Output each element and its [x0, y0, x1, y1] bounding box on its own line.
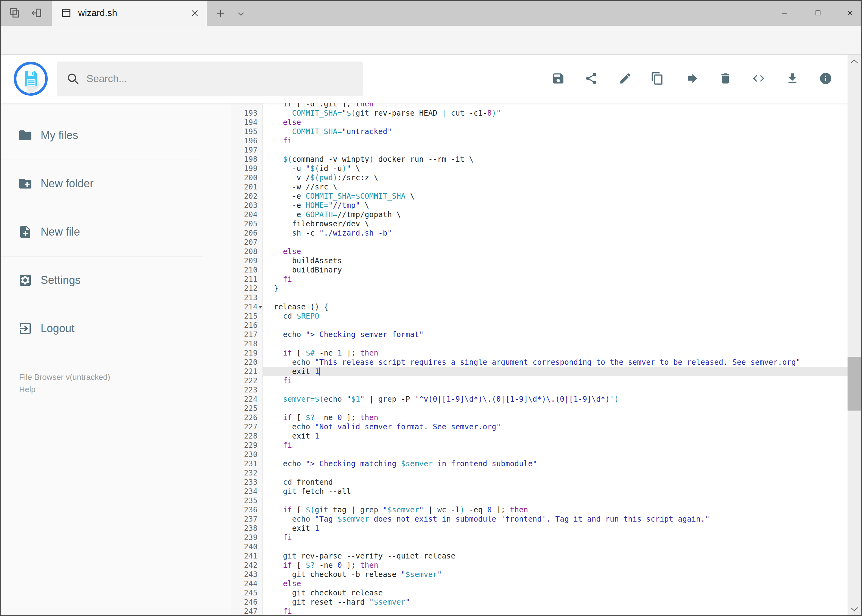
tab-preview-icon[interactable]	[9, 7, 21, 19]
code-line[interactable]: exit 1	[263, 432, 848, 441]
share-button[interactable]	[582, 69, 600, 88]
code-line[interactable]: else	[263, 118, 848, 127]
code-line[interactable]: git rev-parse --verify --quiet release	[263, 552, 848, 561]
sidebar-item-new-folder[interactable]: New folder	[0, 174, 203, 193]
line-number: 245	[231, 588, 263, 597]
new-tab-button[interactable]	[216, 8, 226, 19]
app-version: File Browser v(untracked)	[19, 371, 110, 383]
sidebar-item-new-file[interactable]: New file	[0, 223, 203, 241]
code-line[interactable]: echo "> Checking matching $semver in fro…	[263, 459, 848, 468]
code-line[interactable]: COMMIT_SHA="untracked"	[263, 127, 848, 136]
line-number: 207	[231, 238, 263, 247]
code-line[interactable]: cd frontend	[263, 478, 848, 487]
code-line[interactable]: if [ $? -ne 0 ]; then	[263, 561, 848, 570]
code-line[interactable]	[263, 385, 848, 394]
code-line[interactable]	[263, 238, 848, 247]
sidebar-item-settings[interactable]: Settings	[0, 271, 203, 289]
line-number: 196	[231, 136, 263, 146]
code-line[interactable]: else	[263, 247, 848, 256]
fold-toggle-icon[interactable]	[258, 306, 263, 308]
code-line[interactable]: fi	[263, 441, 848, 450]
code-line[interactable]: buildBinary	[263, 266, 848, 275]
code-line[interactable]: $(command -v winpty) docker run --rm -it…	[263, 155, 848, 164]
scrollbar-thumb[interactable]	[848, 357, 861, 410]
code-line[interactable]: }	[263, 284, 848, 293]
code-line[interactable]: sh -c "./wizard.sh -b"	[263, 228, 848, 238]
scroll-up-icon[interactable]	[848, 55, 861, 68]
move-button[interactable]	[683, 69, 702, 88]
download-button[interactable]	[783, 69, 802, 88]
code-line[interactable]: exit 1	[263, 524, 848, 533]
code-line[interactable]: fi	[263, 275, 848, 284]
code-line[interactable]	[263, 542, 848, 552]
set-tabs-aside-icon[interactable]	[31, 7, 43, 19]
code-line[interactable]: COMMIT_SHA="$(git rev-parse HEAD | cut -…	[263, 108, 848, 118]
line-number: 234	[231, 487, 263, 496]
copy-button[interactable]	[648, 69, 667, 88]
code-line[interactable]: echo "> Checking semver format"	[263, 330, 848, 339]
info-button[interactable]	[816, 69, 835, 88]
code-line[interactable]: semver=$(echo "$1" | grep -P '^v(0|[1-9]…	[263, 394, 848, 404]
help-link[interactable]: Help	[19, 383, 110, 396]
folder-icon	[18, 128, 33, 143]
code-line[interactable]: if [ $(git tag | grep "$semver" | wc -l)…	[263, 505, 848, 514]
code-line[interactable]: exit 1	[263, 367, 848, 376]
code-line[interactable]: -e GOPATH=//tmp/gopath \	[263, 210, 848, 219]
code-line[interactable]: git fetch --all	[263, 487, 848, 496]
code-line[interactable]: cd $REPO	[263, 311, 848, 321]
code-line[interactable]: echo "Tag $semver does not exist in subm…	[263, 514, 848, 524]
code-line[interactable]: else	[263, 579, 848, 588]
line-number: 201	[231, 182, 263, 192]
code-editor[interactable]: 1931941951961971981992002012022032042052…	[231, 103, 848, 615]
code-line[interactable]: if [ $? -ne 0 ]; then	[263, 413, 848, 422]
code-line[interactable]	[263, 450, 848, 459]
code-line[interactable]: git checkout -b release "$semver"	[263, 570, 848, 579]
browser-tab[interactable]: wizard.sh	[52, 0, 207, 26]
code-line[interactable]: if [ $# -ne 1 ]; then	[263, 349, 848, 358]
code-line[interactable]	[263, 293, 848, 302]
minimize-button[interactable]	[769, 0, 800, 26]
code-line[interactable]: -w //src \	[263, 182, 848, 192]
indent-guide	[283, 432, 283, 441]
tab-list-chevron-icon[interactable]	[236, 9, 246, 19]
code-line[interactable]	[263, 146, 848, 155]
page-scrollbar[interactable]	[848, 55, 861, 615]
code-line[interactable]	[263, 339, 848, 349]
line-number: 203	[231, 201, 263, 210]
tab-close-icon[interactable]	[190, 9, 199, 18]
code-line[interactable]: echo "This release script requires a sin…	[263, 358, 848, 367]
sidebar-item-my-files[interactable]: My files	[0, 126, 203, 145]
code-line[interactable]: -e HOME="//tmp" \	[263, 201, 848, 210]
sidebar-item-logout[interactable]: Logout	[0, 319, 203, 338]
filebrowser-logo[interactable]	[14, 61, 48, 96]
code-line[interactable]: -u "$(id -u)" \	[263, 164, 848, 173]
code-line[interactable]: filebrowser/dev \	[263, 219, 848, 228]
code-line[interactable]: echo "Not valid semver format. See semve…	[263, 422, 848, 432]
code-line[interactable]: git reset --hard "$semver"	[263, 597, 848, 607]
save-button[interactable]	[549, 69, 567, 88]
line-number: 231	[231, 459, 263, 468]
code-line[interactable]: fi	[263, 376, 848, 385]
code-line[interactable]: fi	[263, 136, 848, 146]
line-number: 236	[231, 505, 263, 514]
code-line[interactable]: -e COMMIT_SHA=$COMMIT_SHA \	[263, 192, 848, 201]
code-line[interactable]: -v /$(pwd):/src:z \	[263, 173, 848, 182]
code-line[interactable]	[263, 468, 848, 478]
code-line[interactable]: release () {	[263, 302, 848, 311]
search-box[interactable]	[57, 61, 363, 96]
code-view-button[interactable]	[749, 69, 768, 88]
rename-button[interactable]	[616, 69, 635, 88]
code-line[interactable]	[263, 321, 848, 330]
scroll-down-icon[interactable]	[848, 602, 861, 615]
delete-button[interactable]	[716, 69, 734, 88]
maximize-button[interactable]	[803, 0, 834, 26]
code-line[interactable]: buildAssets	[263, 256, 848, 266]
code-line[interactable]: git checkout release	[263, 588, 848, 597]
code-line[interactable]: if [ -d .git ]; then	[263, 103, 848, 108]
close-window-button[interactable]	[835, 0, 862, 26]
code-line[interactable]	[263, 404, 848, 413]
search-input[interactable]	[87, 61, 351, 96]
code-line[interactable]: fi	[263, 533, 848, 542]
code-line[interactable]	[263, 496, 848, 505]
code-line[interactable]: fi	[263, 607, 848, 615]
